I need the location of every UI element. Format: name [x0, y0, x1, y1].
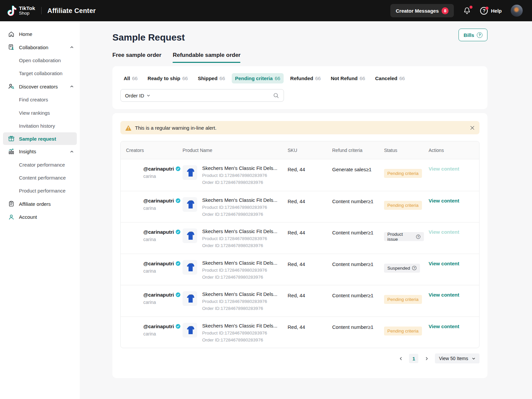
creator-subname: carina: [143, 174, 181, 179]
sidebar-item-invitation-history[interactable]: Invitation history: [0, 119, 80, 132]
chevron-down-icon: [147, 94, 150, 97]
prev-page-icon[interactable]: [397, 354, 405, 362]
creator-handle[interactable]: @carinaputri: [143, 292, 174, 298]
filter-refunded[interactable]: Refunded66: [287, 73, 324, 83]
sidebar-item-target-collaboration[interactable]: Target collaboration: [0, 67, 80, 80]
search-icon[interactable]: [273, 92, 279, 99]
sidebar-item-find-creators[interactable]: Find creators: [0, 93, 80, 106]
filter-all[interactable]: All66: [120, 73, 141, 83]
filter-shipped[interactable]: Shipped66: [195, 73, 228, 83]
refund-criteria: Content number≥1: [322, 285, 379, 317]
filter-not-refund[interactable]: Not Refund66: [328, 73, 369, 83]
sidebar-item-view-rankings[interactable]: View rankings: [0, 106, 80, 119]
orders-table: Creators Product Name SKU Refund criteri…: [120, 141, 479, 348]
table-body: @carinaputri carina Skechers Men's Class…: [121, 159, 479, 348]
sidebar-item-content-performance[interactable]: Content performance: [0, 171, 80, 184]
status-badge: Pending criteria ?: [384, 327, 422, 335]
creator-handle[interactable]: @carinaputri: [143, 198, 174, 203]
sidebar-item-discover-creators[interactable]: Discover creators: [0, 80, 80, 93]
product-name: Skechers Men's Classic Fit Dels...: [202, 260, 277, 266]
sidebar-item-open-collaboration[interactable]: Open collaboration: [0, 54, 80, 67]
blue-shirt-image: [185, 325, 195, 335]
clipboard-icon: [8, 200, 15, 207]
alert-text: This is a regular warning in-line alert.: [135, 125, 216, 131]
sidebar-item-affiliate-orders[interactable]: Affiliate orders: [0, 198, 80, 210]
view-content-link[interactable]: View content: [429, 229, 459, 235]
creator-avatar[interactable]: [126, 229, 139, 242]
app-title: Affiliate Center: [48, 7, 96, 15]
alert-close-icon[interactable]: [470, 126, 474, 130]
table-row: @carinaputri carina Skechers Men's Class…: [121, 191, 479, 222]
blue-shirt-image: [185, 293, 195, 304]
creator-avatar[interactable]: [126, 166, 139, 179]
filter-card: All66 Ready to ship66 Shipped66 Pending …: [112, 66, 487, 109]
view-content-link[interactable]: View content: [429, 166, 459, 172]
creator-messages-button[interactable]: Creator Messages 8: [390, 4, 454, 17]
creator-avatar[interactable]: [126, 324, 139, 337]
account-person-icon: [8, 214, 15, 220]
sidebar-item-sample-request[interactable]: Sample request: [3, 132, 77, 145]
table-card: This is a regular warning in-line alert.…: [112, 113, 487, 378]
product-image: [183, 291, 197, 306]
creator-handle[interactable]: @carinaputri: [143, 229, 174, 235]
help-icon: ?: [480, 7, 488, 15]
sidebar-item-account[interactable]: Account: [0, 210, 80, 223]
page-title: Sample Request: [112, 32, 487, 43]
insights-chart-icon: [8, 148, 15, 155]
sidebar-item-collaboration[interactable]: Collaboration: [0, 41, 80, 54]
status-badge: Suspended ?: [384, 264, 420, 273]
sidebar-item-home[interactable]: Home: [0, 28, 80, 41]
page-number[interactable]: 1: [409, 354, 418, 363]
view-content-link[interactable]: View content: [429, 292, 459, 298]
view-content-link[interactable]: View content: [429, 261, 459, 266]
svg-text:?: ?: [418, 235, 419, 238]
bills-button[interactable]: Bills ?: [459, 29, 487, 41]
creator-avatar[interactable]: [126, 292, 139, 305]
pagination: 1 View 50 Items: [120, 353, 479, 363]
sidebar-item-creator-performance[interactable]: Creator performance: [0, 158, 80, 171]
sku-value: Red, 44: [283, 254, 322, 285]
search-field-selector[interactable]: Order ID: [125, 93, 150, 98]
order-id: Order ID:17284678980283976: [202, 180, 277, 185]
product-id: Product ID:17284678980283976: [202, 236, 277, 241]
status-badge: Pending criteria ?: [384, 295, 422, 304]
sidebar-item-product-performance[interactable]: Product performance: [0, 184, 80, 197]
tab-free-sample-order[interactable]: Free sample order: [112, 52, 161, 63]
product-id: Product ID:17284678980283976: [202, 331, 277, 335]
notification-bell-icon[interactable]: [463, 7, 471, 15]
help-button[interactable]: ? Help: [480, 7, 502, 15]
status-help-icon[interactable]: ?: [416, 234, 421, 239]
top-header: TikTok Shop Affiliate Center Creator Mes…: [0, 0, 532, 21]
sku-value: Red, 44: [283, 159, 322, 191]
view-content-link[interactable]: View content: [429, 324, 459, 329]
status-label: Product issue: [387, 232, 414, 242]
product-id: Product ID:17284678980283976: [202, 299, 277, 304]
user-avatar[interactable]: [511, 5, 523, 17]
sidebar-item-insights[interactable]: Insights: [0, 145, 80, 158]
search-input[interactable]: Order ID: [120, 89, 284, 102]
filter-canceled[interactable]: Canceled66: [372, 73, 408, 83]
filter-ready-to-ship[interactable]: Ready to ship66: [144, 73, 191, 83]
tiktok-note-icon: [7, 5, 17, 16]
creator-handle[interactable]: @carinaputri: [143, 261, 174, 266]
status-badge: Product issue ?: [384, 232, 424, 241]
next-page-icon[interactable]: [423, 354, 431, 362]
creator-avatar[interactable]: [126, 261, 139, 274]
col-header-creators: Creators: [121, 148, 178, 153]
status-label: Pending criteria: [387, 203, 419, 208]
tiktok-shop-logo[interactable]: TikTok Shop: [7, 5, 35, 16]
status-help-icon[interactable]: ?: [412, 266, 417, 270]
col-header-sku: SKU: [283, 148, 322, 153]
table-row: @carinaputri carina Skechers Men's Class…: [121, 159, 479, 191]
tab-refundable-sample-order[interactable]: Refundable sample order: [173, 52, 240, 63]
col-header-refund-criteria: Refund criteria: [322, 148, 379, 153]
order-id: Order ID:17284678980283976: [202, 306, 277, 311]
view-content-link[interactable]: View content: [429, 198, 459, 203]
product-name: Skechers Men's Classic Fit Dels...: [202, 228, 277, 234]
creator-handle[interactable]: @carinaputri: [143, 324, 174, 329]
page-size-select[interactable]: View 50 Items: [435, 353, 479, 363]
gift-icon: [8, 135, 15, 142]
creator-handle[interactable]: @carinaputri: [143, 166, 174, 172]
filter-pending-criteria[interactable]: Pending criteria66: [232, 73, 284, 83]
creator-avatar[interactable]: [126, 198, 139, 211]
